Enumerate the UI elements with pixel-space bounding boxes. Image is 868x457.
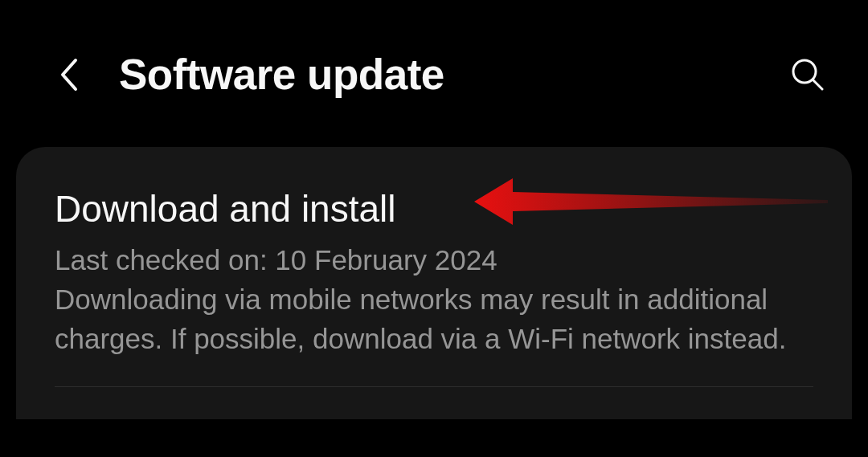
search-icon (791, 58, 825, 92)
header: Software update (0, 0, 868, 131)
card-subtitle: Last checked on: 10 February 2024 Downlo… (55, 240, 813, 358)
card-description: Downloading via mobile networks may resu… (55, 284, 786, 354)
divider (55, 386, 813, 387)
page-title: Software update (119, 50, 788, 99)
chevron-left-icon (58, 57, 79, 92)
download-install-card[interactable]: Download and install Last checked on: 10… (16, 147, 852, 419)
card-title: Download and install (55, 187, 813, 231)
back-button[interactable] (48, 55, 88, 95)
last-checked-text: Last checked on: 10 February 2024 (55, 244, 497, 275)
search-button[interactable] (788, 55, 828, 95)
svg-line-1 (813, 80, 822, 89)
